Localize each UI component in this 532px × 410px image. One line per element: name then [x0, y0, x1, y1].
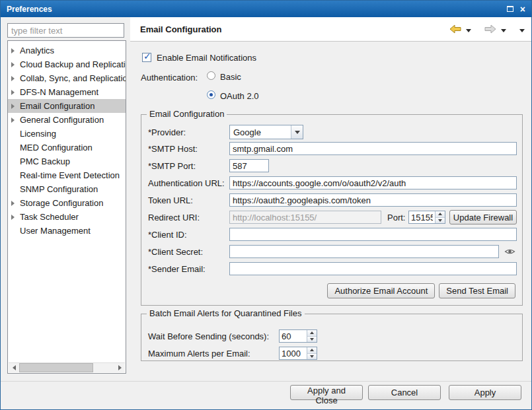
- eye-icon[interactable]: [504, 248, 515, 256]
- maximize-icon[interactable]: [507, 6, 513, 12]
- spin-down-button[interactable]: [307, 354, 317, 360]
- expand-arrow-icon[interactable]: [11, 104, 20, 109]
- email-configuration-page: ✓ Enable Email Notifications Authenticat…: [130, 42, 532, 380]
- radio-oauth[interactable]: [207, 90, 215, 99]
- horizontal-scrollbar[interactable]: [9, 362, 125, 372]
- client-secret-label: *Client Secret:: [148, 247, 203, 257]
- spin-up-button[interactable]: [307, 347, 317, 354]
- cancel-button[interactable]: Cancel: [368, 385, 441, 400]
- smtp-port-input[interactable]: [229, 159, 269, 172]
- sidebar-item-general-configuration[interactable]: General Configuration: [8, 113, 126, 127]
- wait-before-sending-spinner: [279, 329, 317, 343]
- chevron-down-icon[interactable]: [291, 125, 303, 139]
- sender-email-input[interactable]: [229, 262, 517, 275]
- sidebar-item-cloud-backup[interactable]: Cloud Backup and Replication: [8, 57, 126, 71]
- sidebar-item-collab-sync[interactable]: Collab, Sync, and Replication: [8, 71, 126, 85]
- sidebar-item-label: General Configuration: [20, 115, 104, 125]
- scrollbar-thumb[interactable]: [19, 363, 93, 372]
- auth-url-input[interactable]: [229, 176, 517, 189]
- spin-down-button[interactable]: [436, 218, 445, 224]
- wait-before-sending-label: Wait Before Sending (seconds):: [148, 331, 269, 341]
- scrollbar-track[interactable]: [93, 363, 114, 372]
- max-alerts-input[interactable]: [280, 347, 307, 359]
- spin-down-button[interactable]: [307, 337, 317, 343]
- sidebar-item-label: Real-time Event Detection: [20, 170, 120, 180]
- sidebar-item-med-configuration[interactable]: MED Configuration: [8, 141, 126, 154]
- client-id-input[interactable]: [229, 228, 517, 241]
- port-spinner: [408, 211, 445, 224]
- titlebar[interactable]: Preferences ×: [1, 1, 531, 17]
- sidebar-item-user-management[interactable]: User Management: [8, 224, 126, 238]
- expand-arrow-icon[interactable]: [11, 118, 20, 123]
- expand-arrow-icon[interactable]: [11, 62, 20, 67]
- sidebar-item-label: Storage Configuration: [20, 198, 103, 208]
- sidebar-item-label: User Management: [20, 226, 91, 236]
- client-secret-input[interactable]: [229, 245, 499, 258]
- sidebar-item-realtime-event-detection[interactable]: Real-time Event Detection: [8, 168, 126, 182]
- radio-basic[interactable]: [207, 71, 215, 80]
- sidebar-item-label: Analytics: [20, 46, 54, 55]
- wait-before-sending-input[interactable]: [280, 330, 307, 342]
- port-label: Port:: [387, 213, 405, 222]
- token-url-label: Token URL:: [148, 195, 193, 205]
- apply-button[interactable]: Apply: [449, 385, 521, 400]
- page-title: Email Configuration: [140, 24, 222, 34]
- sidebar-item-email-configuration[interactable]: Email Configuration: [8, 99, 126, 113]
- sidebar-item-label: Cloud Backup and Replication: [20, 59, 126, 69]
- scroll-left-icon[interactable]: [9, 363, 19, 372]
- send-test-email-button[interactable]: Send Test Email: [439, 283, 515, 298]
- sidebar-item-label: Task Scheduler: [20, 212, 79, 222]
- sidebar-item-analytics[interactable]: Analytics: [8, 44, 126, 57]
- back-dropdown-icon[interactable]: [466, 23, 471, 35]
- expand-arrow-icon[interactable]: [11, 48, 20, 53]
- enable-email-notifications-checkbox[interactable]: ✓: [142, 53, 151, 62]
- authorize-email-account-button[interactable]: Authorize Email Account: [327, 283, 435, 298]
- sidebar-item-licensing[interactable]: Licensing: [8, 127, 126, 141]
- redirect-uri-label: Redirect URI:: [148, 213, 200, 222]
- preferences-tree: Analytics Cloud Backup and Replication C…: [7, 40, 126, 374]
- authentication-label: Authentication:: [141, 73, 198, 83]
- expand-arrow-icon[interactable]: [11, 76, 20, 81]
- redirect-uri-input: [229, 211, 381, 224]
- smtp-host-input[interactable]: [229, 142, 517, 155]
- back-arrow-icon[interactable]: [449, 24, 461, 34]
- sidebar-item-label: MED Configuration: [20, 143, 93, 153]
- sender-email-label: *Sender Email:: [148, 264, 206, 274]
- token-url-input[interactable]: [229, 193, 517, 207]
- spin-up-button[interactable]: [307, 330, 317, 337]
- scroll-right-icon[interactable]: [114, 363, 125, 372]
- max-alerts-label: Maximum Alerts per Email:: [148, 349, 250, 359]
- sidebar-item-label: SNMP Configuration: [20, 184, 98, 194]
- sidebar-item-storage-configuration[interactable]: Storage Configuration: [8, 196, 126, 210]
- client-id-label: *Client ID:: [148, 230, 187, 240]
- view-menu-icon[interactable]: [519, 23, 525, 35]
- filter-input[interactable]: [7, 23, 124, 38]
- sidebar-item-task-scheduler[interactable]: Task Scheduler: [8, 210, 126, 224]
- spin-up-button[interactable]: [436, 211, 445, 218]
- batch-email-alerts-group-title: Batch Email Alerts for Quarantined Files: [147, 308, 305, 318]
- radio-basic-label: Basic: [220, 72, 241, 82]
- max-alerts-spinner: [279, 347, 317, 360]
- close-icon[interactable]: ×: [520, 5, 525, 14]
- sidebar-item-label: DFS-N Management: [20, 87, 98, 97]
- expand-arrow-icon[interactable]: [11, 90, 20, 95]
- sidebar-item-label: Email Configuration: [20, 101, 95, 111]
- sidebar-item-label: PMC Backup: [20, 156, 70, 166]
- sidebar-item-snmp-configuration[interactable]: SNMP Configuration: [8, 182, 126, 196]
- update-firewall-button[interactable]: Update Firewall: [449, 210, 517, 224]
- port-input[interactable]: [409, 211, 435, 223]
- page-header: Email Configuration: [130, 17, 532, 42]
- radio-oauth-label: OAuth 2.0: [220, 91, 259, 101]
- sidebar-item-dfsn-management[interactable]: DFS-N Management: [8, 85, 126, 99]
- provider-dropdown[interactable]: Google: [229, 125, 303, 139]
- forward-dropdown-icon[interactable]: [501, 23, 506, 35]
- forward-arrow-icon[interactable]: [484, 24, 496, 34]
- preferences-dialog: Preferences × Analytics Cloud Backup and…: [0, 0, 532, 410]
- expand-arrow-icon[interactable]: [11, 201, 20, 206]
- smtp-port-label: *SMTP Port:: [148, 161, 196, 171]
- apply-and-close-button[interactable]: Apply and Close: [290, 385, 363, 400]
- sidebar-item-pmc-backup[interactable]: PMC Backup: [8, 154, 126, 168]
- sidebar-item-label: Licensing: [20, 129, 56, 139]
- expand-arrow-icon[interactable]: [11, 215, 20, 220]
- provider-label: *Provider:: [148, 127, 186, 137]
